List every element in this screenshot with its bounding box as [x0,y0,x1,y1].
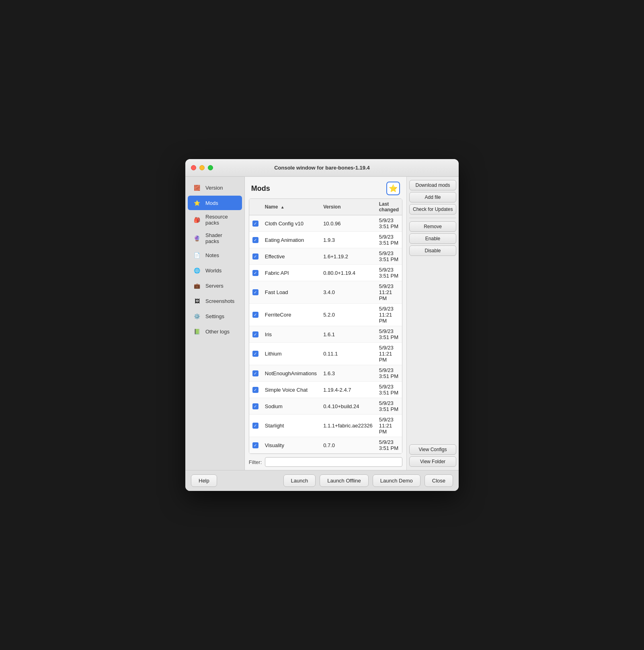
mod-checkbox-cell[interactable]: ✓ [249,281,262,304]
mod-checkbox-cell[interactable]: ✓ [249,365,262,382]
sidebar-item-mods[interactable]: ⭐ Mods [188,196,242,210]
mod-checkbox-cell[interactable]: ✓ [249,326,262,343]
mod-checkbox[interactable]: ✓ [252,270,258,276]
table-row[interactable]: ✓ Sodium 0.4.10+build.24 5/9/23 3:51 PM [249,398,402,415]
table-row[interactable]: ✓ Lithium 0.11.1 5/9/23 11:21 PM [249,343,402,365]
close-button[interactable] [191,165,196,170]
launch-button[interactable]: Launch [283,474,316,487]
sidebar-label-servers: Servers [205,283,224,289]
col-checkbox [249,199,262,215]
favorite-button[interactable]: ⭐ [386,182,400,195]
table-row[interactable]: ✓ Fast Load 3.4.0 5/9/23 11:21 PM [249,281,402,304]
sidebar-item-worlds[interactable]: 🌐 Worlds [188,263,242,278]
col-name[interactable]: Name ▲ [262,199,320,215]
mod-checkbox-cell[interactable]: ✓ [249,265,262,281]
sidebar-icon-notes: 📄 [193,251,201,260]
add-file-button[interactable]: Add file [409,192,456,202]
mod-name: Fabric API [262,265,320,281]
mod-checkbox-cell[interactable]: ✓ [249,382,262,398]
mod-checkbox[interactable]: ✓ [252,442,258,448]
mod-version: 1.6+1.19.2 [320,248,376,265]
maximize-button[interactable] [208,165,213,170]
sidebar-item-resource-packs[interactable]: 🎒 Resource packs [188,211,242,229]
mod-checkbox-cell[interactable]: ✓ [249,304,262,326]
mods-table: Name ▲ Version Last changed ✓ Cloth Conf… [249,199,402,454]
mod-name: Effective [262,248,320,265]
table-row[interactable]: ✓ Starlight 1.1.1+fabric.ae22326 5/9/23 … [249,415,402,437]
mod-checkbox-cell[interactable]: ✓ [249,437,262,454]
mod-checkbox-cell[interactable]: ✓ [249,248,262,265]
mod-checkbox-cell[interactable]: ✓ [249,215,262,232]
mod-checkbox[interactable]: ✓ [252,423,258,429]
mod-checkbox[interactable]: ✓ [252,221,258,227]
table-row[interactable]: ✓ Simple Voice Chat 1.19.4-2.4.7 5/9/23 … [249,382,402,398]
sidebar-label-mods: Mods [205,200,218,206]
mod-changed: 5/9/23 3:51 PM [376,265,402,281]
mod-checkbox-cell[interactable]: ✓ [249,398,262,415]
table-row[interactable]: ✓ NotEnoughAnimations 1.6.3 5/9/23 3:51 … [249,365,402,382]
mod-checkbox[interactable]: ✓ [252,370,258,376]
check-updates-button[interactable]: Check for Updates [409,204,456,215]
window-title: Console window for bare-bones-1.19.4 [274,165,370,171]
mod-checkbox[interactable]: ✓ [252,289,258,295]
launch-demo-button[interactable]: Launch Demo [373,474,420,487]
mod-name: Eating Animation [262,232,320,248]
mod-name: Fast Load [262,281,320,304]
enable-button[interactable]: Enable [409,233,456,244]
sidebar-label-version: Version [205,185,223,191]
sort-arrow: ▲ [281,205,285,209]
download-mods-button[interactable]: Download mods [409,180,456,190]
titlebar: Console window for bare-bones-1.19.4 [185,159,459,177]
col-version[interactable]: Version [320,199,376,215]
mod-checkbox[interactable]: ✓ [252,237,258,243]
table-row[interactable]: ✓ FerriteCore 5.2.0 5/9/23 11:21 PM [249,304,402,326]
mod-checkbox[interactable]: ✓ [252,403,258,409]
close-button[interactable]: Close [425,474,453,487]
mod-checkbox[interactable]: ✓ [252,253,258,260]
sidebar-item-version[interactable]: 🧱 Version [188,180,242,195]
right-divider-1 [409,218,456,218]
table-row[interactable]: ✓ Cloth Config v10 10.0.96 5/9/23 3:51 P… [249,215,402,232]
mod-checkbox-cell[interactable]: ✓ [249,415,262,437]
disable-button[interactable]: Disable [409,245,456,256]
remove-button[interactable]: Remove [409,221,456,232]
mod-checkbox[interactable]: ✓ [252,387,258,393]
mod-checkbox[interactable]: ✓ [252,312,258,318]
sidebar-item-notes[interactable]: 📄 Notes [188,248,242,262]
view-configs-button[interactable]: View Configs [409,444,456,455]
help-button[interactable]: Help [191,474,217,487]
table-row[interactable]: ✓ Effective 1.6+1.19.2 5/9/23 3:51 PM [249,248,402,265]
sidebar-label-resource-packs: Resource packs [205,214,237,226]
table-row[interactable]: ✓ Iris 1.6.1 5/9/23 3:51 PM [249,326,402,343]
mod-checkbox[interactable]: ✓ [252,351,258,357]
sidebar-item-servers[interactable]: 💼 Servers [188,278,242,293]
table-row[interactable]: ✓ Fabric API 0.80.0+1.19.4 5/9/23 3:51 P… [249,265,402,281]
sidebar-item-other-logs[interactable]: 📗 Other logs [188,324,242,339]
app-window: Console window for bare-bones-1.19.4 🧱 V… [185,159,459,491]
right-spacer [409,258,456,443]
minimize-button[interactable] [199,165,205,170]
launch-offline-button[interactable]: Launch Offline [320,474,369,487]
mod-version: 0.11.1 [320,343,376,365]
table-row[interactable]: ✓ Eating Animation 1.9.3 5/9/23 3:51 PM [249,232,402,248]
sidebar-item-settings[interactable]: ⚙️ Settings [188,309,242,323]
mod-checkbox[interactable]: ✓ [252,331,258,337]
footer: Help Launch Launch Offline Launch Demo C… [185,470,459,491]
mod-checkbox-cell[interactable]: ✓ [249,343,262,365]
view-folder-button[interactable]: View Folder [409,456,456,467]
mod-version: 0.4.10+build.24 [320,398,376,415]
sidebar-label-notes: Notes [205,252,219,258]
mod-name: Simple Voice Chat [262,382,320,398]
mod-version: 1.6.3 [320,365,376,382]
sidebar-item-shader-packs[interactable]: 🔮 Shader packs [188,229,242,247]
col-last-changed[interactable]: Last changed [376,199,402,215]
filter-input[interactable] [265,457,402,467]
sidebar-item-screenshots[interactable]: 🖼 Screenshots [188,294,242,308]
sidebar-icon-resource-packs: 🎒 [193,215,201,224]
main-content: 🧱 Version ⭐ Mods 🎒 Resource packs 🔮 Shad… [185,177,459,470]
mod-changed: 5/9/23 3:51 PM [376,382,402,398]
mod-changed: 5/9/23 3:51 PM [376,398,402,415]
mod-checkbox-cell[interactable]: ✓ [249,232,262,248]
table-row[interactable]: ✓ Visuality 0.7.0 5/9/23 3:51 PM [249,437,402,454]
mod-name: Visuality [262,437,320,454]
